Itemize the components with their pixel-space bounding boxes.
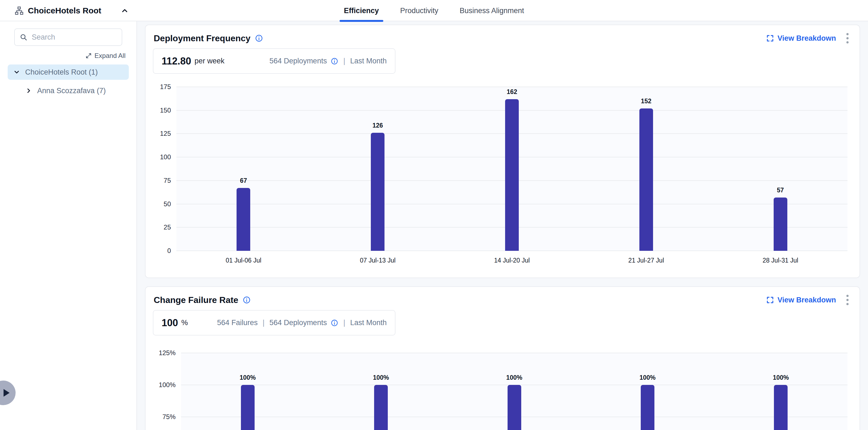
bar-value-label: 152 — [641, 98, 651, 105]
sidebar-header: ChoiceHotels Root — [0, 0, 137, 21]
sidebar: Expand All ChoiceHotels Root (1) Anna Sc… — [0, 21, 137, 430]
y-axis-tick-label: 50 — [145, 200, 171, 208]
bar-value-label: 162 — [507, 88, 517, 96]
bar[interactable] — [371, 133, 384, 251]
bar-value-label: 100% — [373, 374, 389, 382]
tab-productivity[interactable]: Productivity — [396, 0, 443, 21]
y-axis-tick-label: 75% — [145, 413, 176, 421]
bar-value-label: 126 — [372, 122, 383, 129]
y-axis-tick-label: 150 — [145, 106, 171, 114]
x-axis-label: 28 Jul-31 Jul — [763, 257, 798, 264]
expand-all-button[interactable]: Expand All — [8, 52, 126, 60]
main-content: Deployment Frequency View Breakdown 112.… — [137, 21, 868, 430]
y-axis-tick-label: 125% — [145, 349, 176, 357]
bar-value-label: 67 — [240, 177, 247, 185]
deployment-frequency-chart: 02550751001251501756701 Jul-06 Jul12607 … — [146, 25, 860, 277]
main-tabs: Efficiency Productivity Business Alignme… — [340, 0, 529, 21]
tab-business-alignment[interactable]: Business Alignment — [455, 0, 529, 21]
org-hierarchy-icon — [14, 6, 24, 15]
bar[interactable] — [640, 108, 653, 251]
workspace-title: ChoiceHotels Root — [28, 6, 117, 15]
bar-value-label: 100% — [640, 374, 655, 382]
expand-all-label: Expand All — [95, 52, 126, 60]
y-axis-tick-label: 0 — [145, 247, 171, 255]
active-tab-indicator — [340, 20, 383, 22]
y-axis-tick-label: 100 — [145, 153, 171, 161]
search-box[interactable] — [14, 28, 122, 46]
bar-value-label: 100% — [773, 374, 789, 382]
bar[interactable] — [237, 188, 250, 251]
y-axis-tick-label: 175 — [145, 83, 171, 91]
bar[interactable] — [505, 99, 519, 251]
x-axis-label: 01 Jul-06 Jul — [226, 257, 261, 264]
x-axis-label: 07 Jul-13 Jul — [360, 257, 396, 264]
tab-efficiency[interactable]: Efficiency — [340, 0, 383, 21]
change-failure-rate-card: Change Failure Rate View Breakdown 100 % — [145, 286, 860, 430]
gridline — [176, 87, 847, 87]
tree-item-label: ChoiceHotels Root (1) — [25, 68, 98, 76]
bar[interactable] — [507, 385, 521, 430]
deployment-frequency-card: Deployment Frequency View Breakdown 112.… — [145, 25, 860, 278]
top-header: ChoiceHotels Root Efficiency Productivit… — [0, 0, 868, 21]
tree-item-anna-scozzafava[interactable]: Anna Scozzafava (7) — [20, 83, 129, 98]
bar-value-label: 57 — [777, 187, 784, 194]
collapse-sidebar-button[interactable] — [121, 6, 129, 15]
y-axis-tick-label: 75 — [145, 177, 171, 185]
search-icon — [20, 33, 27, 41]
y-axis-tick-label: 25 — [145, 224, 171, 231]
bar-value-label: 100% — [240, 374, 256, 382]
play-right-icon — [4, 389, 9, 397]
tree-item-choicehotels-root[interactable]: ChoiceHotels Root (1) — [8, 64, 129, 80]
x-axis-label: 14 Jul-20 Jul — [494, 257, 530, 264]
expand-diagonal-icon — [85, 53, 92, 59]
y-axis-tick-label: 125 — [145, 130, 171, 137]
tab-label: Business Alignment — [460, 6, 524, 15]
chevron-right-icon[interactable] — [25, 87, 32, 94]
search-input[interactable] — [32, 33, 128, 41]
tree-item-label: Anna Scozzafava (7) — [37, 87, 106, 95]
chevron-down-icon[interactable] — [13, 69, 20, 76]
bar[interactable] — [774, 198, 787, 251]
x-axis-label: 21 Jul-27 Jul — [628, 257, 664, 264]
bar[interactable] — [774, 385, 787, 430]
org-tree: ChoiceHotels Root (1) Anna Scozzafava (7… — [8, 64, 129, 98]
bar[interactable] — [241, 385, 255, 430]
tab-label: Productivity — [400, 6, 438, 15]
bar[interactable] — [374, 385, 388, 430]
gridline — [181, 353, 847, 353]
bar-value-label: 100% — [506, 374, 522, 382]
change-failure-rate-chart: 75%100%125%100%100%100%100%100% — [146, 287, 860, 430]
y-axis-tick-label: 100% — [145, 381, 176, 389]
tab-label: Efficiency — [344, 6, 379, 15]
chevron-up-icon — [121, 6, 129, 15]
bar[interactable] — [641, 385, 654, 430]
